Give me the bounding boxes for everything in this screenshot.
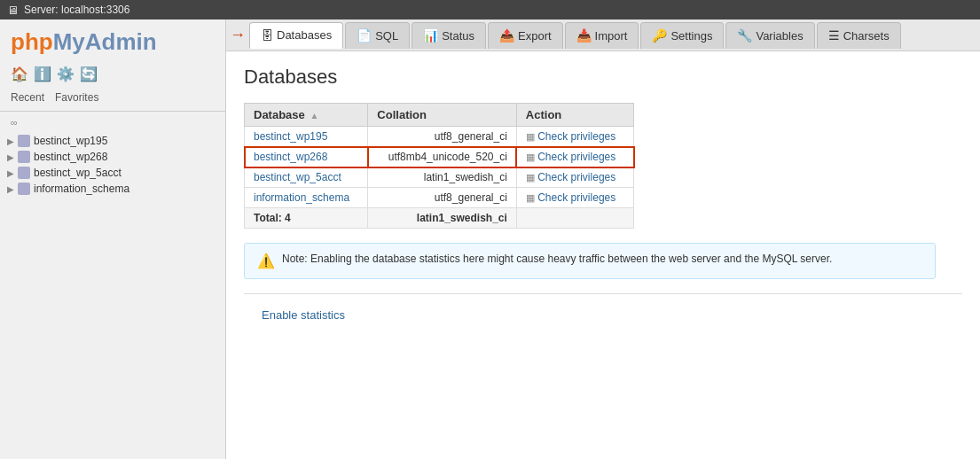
db-link[interactable]: bestinct_wp195 — [254, 130, 327, 143]
tab-status[interactable]: 📊 Status — [412, 22, 486, 49]
expand-icon: ▶ — [7, 184, 14, 194]
total-action — [516, 208, 633, 229]
tab-databases[interactable]: 🗄 Databases — [249, 22, 343, 49]
db-link[interactable]: bestinct_wp268 — [254, 151, 327, 163]
page-content: Databases Database ▲ Collation Action be… — [226, 51, 980, 459]
logo: phpMyAdmin — [11, 28, 215, 56]
sidebar-db-item[interactable]: ▶ bestinct_wp268 — [0, 149, 225, 165]
db-icon — [18, 183, 30, 195]
logo-myadmin: MyAdmin — [53, 28, 157, 55]
settings-icon[interactable]: ⚙️ — [57, 65, 74, 82]
db-name-cell: bestinct_wp195 — [245, 127, 368, 147]
db-icon — [18, 167, 30, 179]
sidebar-tabs: Recent Favorites — [0, 88, 225, 107]
note-box: ⚠️ Note: Enabling the database statistic… — [244, 243, 936, 279]
action-icon: ▦ — [526, 192, 535, 203]
db-name: bestinct_wp_5acct — [34, 167, 122, 179]
section-divider — [244, 293, 962, 294]
db-link[interactable]: bestinct_wp_5acct — [254, 171, 341, 183]
check-privileges-link[interactable]: Check privileges — [537, 171, 615, 183]
monitor-icon: 🖥 — [7, 4, 19, 17]
sidebar-icons-row: 🏠 ℹ️ ⚙️ 🔄 — [0, 61, 225, 88]
table-row: information_schema utf8_general_ci ▦ Che… — [245, 188, 634, 208]
check-privileges-link[interactable]: Check privileges — [537, 130, 615, 143]
charsets-tab-label: Charsets — [843, 29, 890, 43]
import-tab-label: Import — [595, 29, 628, 43]
sidebar-tab-recent[interactable]: Recent — [11, 91, 44, 104]
settings-tab-icon: 🔑 — [652, 28, 667, 43]
top-bar: 🖥 Server: localhost:3306 — [0, 0, 980, 19]
charsets-tab-icon: ☰ — [828, 28, 840, 43]
col-action: Action — [516, 104, 633, 127]
expand-icon: ▶ — [7, 168, 14, 178]
db-link[interactable]: information_schema — [254, 191, 349, 204]
logo-php: php — [11, 28, 53, 55]
table-row: bestinct_wp_5acct latin1_swedish_ci ▦ Ch… — [245, 167, 634, 188]
check-privileges-link[interactable]: Check privileges — [537, 191, 615, 204]
sidebar: phpMyAdmin 🏠 ℹ️ ⚙️ 🔄 Recent Favorites ∞ … — [0, 19, 226, 459]
col-database[interactable]: Database ▲ — [245, 104, 368, 127]
import-tab-icon: 📥 — [576, 28, 592, 43]
action-icon: ▦ — [526, 152, 535, 162]
tab-export[interactable]: 📤 Export — [488, 22, 563, 49]
expand-icon: ▶ — [7, 136, 14, 146]
check-privileges-link[interactable]: Check privileges — [537, 151, 615, 163]
db-name-cell: bestinct_wp268 — [245, 147, 368, 167]
sidebar-link-icon: ∞ — [0, 115, 225, 129]
table-row: bestinct_wp195 utf8_general_ci ▦ Check p… — [245, 127, 634, 147]
export-tab-icon: 📤 — [499, 28, 514, 43]
nav-tabs: → 🗄 Databases 📄 SQL 📊 Status 📤 Export 📥 … — [226, 19, 980, 51]
collation-cell: utf8_general_ci — [368, 188, 516, 208]
action-cell: ▦ Check privileges — [516, 147, 633, 167]
exit-icon[interactable]: 🔄 — [80, 65, 98, 82]
nav-arrow: → — [230, 26, 246, 44]
main-layout: phpMyAdmin 🏠 ℹ️ ⚙️ 🔄 Recent Favorites ∞ … — [0, 19, 980, 459]
logo-area: phpMyAdmin — [0, 19, 225, 61]
databases-tab-icon: 🗄 — [261, 28, 273, 43]
tab-import[interactable]: 📥 Import — [565, 22, 639, 49]
note-text: Note: Enabling the database statistics h… — [282, 253, 832, 265]
variables-tab-icon: 🔧 — [737, 28, 752, 43]
collation-cell: utf8mb4_unicode_520_ci — [368, 147, 516, 167]
sidebar-tab-favorites[interactable]: Favorites — [55, 91, 98, 104]
warning-icon: ⚠️ — [257, 253, 275, 269]
action-cell: ▦ Check privileges — [516, 127, 633, 147]
action-cell: ▦ Check privileges — [516, 167, 633, 188]
status-tab-icon: 📊 — [423, 28, 438, 43]
total-collation: latin1_swedish_ci — [368, 208, 516, 229]
sidebar-db-item[interactable]: ▶ bestinct_wp195 — [0, 133, 225, 149]
tab-sql[interactable]: 📄 SQL — [345, 22, 410, 49]
server-label: Server: localhost:3306 — [24, 4, 129, 16]
db-name-cell: bestinct_wp_5acct — [245, 167, 368, 188]
action-icon: ▦ — [526, 172, 535, 183]
tab-settings[interactable]: 🔑 Settings — [640, 22, 724, 49]
col-collation[interactable]: Collation — [368, 104, 516, 127]
tab-charsets[interactable]: ☰ Charsets — [817, 22, 901, 49]
sql-tab-label: SQL — [375, 29, 398, 43]
sidebar-divider — [0, 111, 225, 112]
info-icon[interactable]: ℹ️ — [34, 65, 51, 82]
sql-tab-icon: 📄 — [357, 28, 372, 43]
db-name: bestinct_wp195 — [34, 135, 107, 147]
table-row-selected: bestinct_wp268 utf8mb4_unicode_520_ci ▦ … — [245, 147, 634, 167]
sidebar-db-item[interactable]: ▶ bestinct_wp_5acct — [0, 165, 225, 181]
variables-tab-label: Variables — [756, 29, 803, 43]
db-icon — [18, 135, 30, 147]
db-name: information_schema — [34, 183, 129, 195]
sort-arrow: ▲ — [310, 111, 318, 121]
tab-variables[interactable]: 🔧 Variables — [725, 22, 814, 49]
settings-tab-label: Settings — [670, 29, 712, 43]
db-name: bestinct_wp268 — [34, 151, 107, 163]
collation-cell: utf8_general_ci — [368, 127, 516, 147]
collation-cell: latin1_swedish_ci — [368, 167, 516, 188]
total-row: Total: 4 latin1_swedish_ci — [245, 208, 634, 229]
home-icon[interactable]: 🏠 — [11, 65, 28, 82]
action-icon: ▦ — [526, 131, 535, 142]
enable-stats-link[interactable]: Enable statistics — [262, 308, 345, 322]
sidebar-db-item[interactable]: ▶ information_schema — [0, 181, 225, 197]
sidebar-db-list: ▶ bestinct_wp195 ▶ bestinct_wp268 ▶ best… — [0, 129, 225, 459]
enable-stats-section: Enable statistics — [262, 308, 962, 322]
db-icon — [18, 151, 30, 163]
total-label: Total: 4 — [245, 208, 368, 229]
db-name-cell: information_schema — [245, 188, 368, 208]
